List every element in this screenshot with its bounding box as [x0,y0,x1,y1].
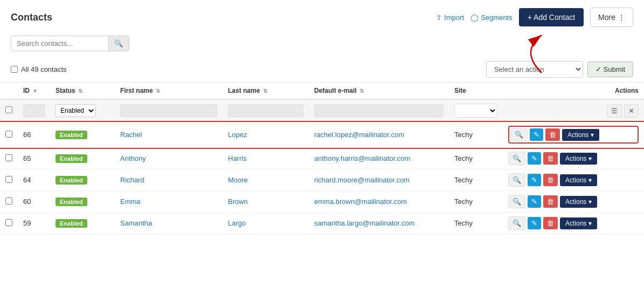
lastname-link[interactable]: Brown [228,198,248,206]
row-id: 59 [18,213,50,234]
filter-lastname-input[interactable] [228,104,303,117]
filter-apply-button[interactable]: ☰ [607,104,622,118]
row-actions-cell: 🔍 ✎ 🗑 Actions ▾ [503,148,644,169]
row-checkbox[interactable] [5,176,12,183]
row-id: 66 [18,122,50,148]
delete-button[interactable]: 🗑 [543,195,558,208]
col-actions: Actions [503,83,644,99]
lastname-link[interactable]: Largo [228,219,246,227]
add-contact-button[interactable]: + Add Contact [519,8,584,26]
row-lastname: Lopez [223,122,309,148]
filter-site-cell [449,99,503,122]
email-link[interactable]: emma.brown@mailinator.com [314,198,407,206]
row-status: Enabled [50,191,115,213]
search-button[interactable]: 🔍 [108,36,129,51]
row-checkbox[interactable] [5,219,12,226]
col-status: Status ⇅ [50,83,115,99]
row-firstname: Emma [115,191,223,213]
edit-button[interactable]: ✎ [528,174,541,186]
row-id: 64 [18,169,50,191]
view-button[interactable]: 🔍 [508,173,525,187]
actions-dropdown-button[interactable]: Actions ▾ [560,217,597,229]
row-firstname: Anthony [115,148,223,169]
row-status: Enabled [50,148,115,169]
select-all-label[interactable]: All 49 contacts [11,65,67,73]
filter-firstname-input[interactable] [120,104,217,117]
search-input[interactable] [11,36,108,51]
delete-button[interactable]: 🗑 [543,152,558,165]
row-checkbox-cell [0,213,18,234]
filter-actions-cell: ☰ ✕ [503,99,644,122]
row-checkbox[interactable] [5,131,12,138]
filter-email-cell [309,99,449,122]
delete-button[interactable]: 🗑 [543,174,558,186]
delete-button[interactable]: 🗑 [543,217,558,229]
filter-id-input[interactable] [23,104,45,117]
filter-clear-button[interactable]: ✕ [624,104,639,118]
email-link[interactable]: samantha.largo@mailinator.com [314,219,415,227]
firstname-link[interactable]: Emma [120,198,141,206]
header-actions: ⇧ Import ◯ Segments + Add Contact More ⋮ [436,8,633,27]
status-badge: Enabled [56,219,87,228]
firstname-link[interactable]: Anthony [120,154,146,162]
row-id: 60 [18,191,50,213]
segments-button[interactable]: ◯ Segments [470,13,513,22]
firstname-link[interactable]: Samantha [120,219,152,227]
status-badge: Enabled [56,154,87,163]
actions-cell: 🔍 ✎ 🗑 Actions ▾ [508,173,639,187]
table-row: 66 Enabled Rachel Lopez rachel.lopez@mai… [0,122,644,148]
actions-cell: 🔍 ✎ 🗑 Actions ▾ [508,195,639,208]
row-checkbox[interactable] [5,154,12,161]
actions-dropdown-button[interactable]: Actions ▾ [560,196,597,208]
select-all-checkbox[interactable] [11,66,18,73]
firstname-link[interactable]: Rachel [120,131,142,139]
filter-status-select[interactable]: Enabled [56,104,96,117]
view-button[interactable]: 🔍 [508,195,525,208]
edit-button[interactable]: ✎ [530,128,543,141]
actions-dropdown-button[interactable]: Actions ▾ [560,174,597,186]
row-lastname: Harris [223,148,309,169]
row-checkbox[interactable] [5,198,12,205]
email-link[interactable]: anthony.harris@mailinator.com [314,154,410,162]
row-checkbox-cell [0,169,18,191]
row-firstname: Rachel [115,122,223,148]
filter-checkbox-cell [0,99,18,122]
row-firstname: Samantha [115,213,223,234]
lastname-link[interactable]: Lopez [228,131,247,139]
import-icon: ⇧ [436,13,442,22]
submit-button[interactable]: ✓ Submit [587,62,633,77]
action-select[interactable]: Select an action [486,61,583,78]
table-row: 64 Enabled Richard Moore richard.moore@m… [0,169,644,191]
row-email: anthony.harris@mailinator.com [309,148,449,169]
import-button[interactable]: ⇧ Import [436,13,464,22]
actions-dropdown-button[interactable]: Actions ▾ [560,153,597,165]
row-checkbox-cell [0,148,18,169]
col-site: Site [449,83,503,99]
table-row: 60 Enabled Emma Brown emma.brown@mailina… [0,191,644,213]
more-button[interactable]: More ⋮ [590,8,633,27]
row-checkbox-cell [0,122,18,148]
table-header-row: ID ▼ Status ⇅ First name ⇅ Last name ⇅ D… [0,83,644,99]
view-button[interactable]: 🔍 [510,128,528,141]
filter-site-select[interactable] [454,104,497,118]
toolbar-right: Select an action ✓ Submit [486,61,633,78]
lastname-link[interactable]: Harris [228,154,247,162]
sort-icon-lastname: ⇅ [263,88,267,94]
edit-button[interactable]: ✎ [528,195,541,208]
view-button[interactable]: 🔍 [508,216,525,230]
email-link[interactable]: richard.moore@mailinator.com [314,176,410,184]
email-link[interactable]: rachel.lopez@mailinator.com [314,131,404,139]
actions-dropdown-button[interactable]: Actions ▾ [562,129,599,141]
edit-button[interactable]: ✎ [528,217,541,229]
firstname-link[interactable]: Richard [120,176,144,184]
delete-button[interactable]: 🗑 [545,128,560,141]
row-status: Enabled [50,169,115,191]
row-email: samantha.largo@mailinator.com [309,213,449,234]
actions-cell: 🔍 ✎ 🗑 Actions ▾ [508,126,639,144]
filter-id-cell [18,99,50,122]
filter-row-checkbox[interactable] [5,106,12,113]
edit-button[interactable]: ✎ [528,152,541,165]
filter-email-input[interactable] [314,104,444,117]
lastname-link[interactable]: Moore [228,176,248,184]
view-button[interactable]: 🔍 [508,152,525,165]
